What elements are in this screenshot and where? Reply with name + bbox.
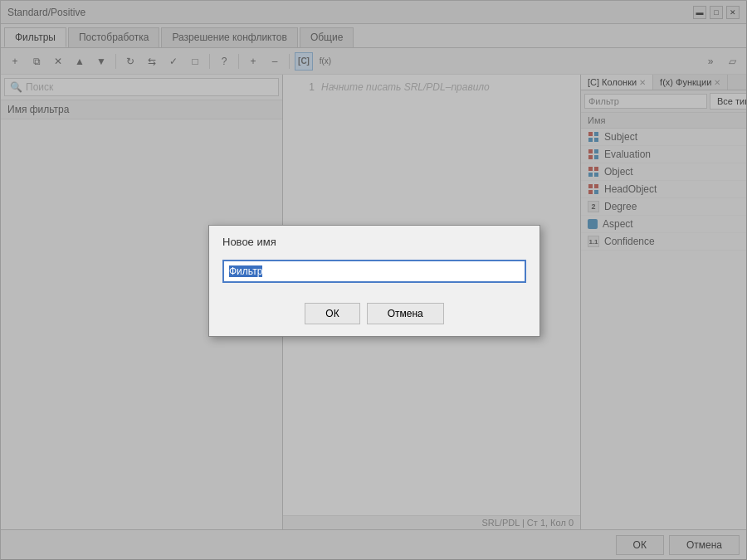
modal-title: Новое имя bbox=[209, 226, 540, 253]
modal-body bbox=[209, 253, 540, 296]
modal-name-input[interactable] bbox=[222, 260, 526, 283]
main-window: Standard/Positive ▬ □ ✕ Фильтры Постобра… bbox=[0, 0, 747, 560]
modal-ok-button[interactable]: ОК bbox=[305, 303, 359, 324]
modal-dialog: Новое имя ОК Отмена bbox=[208, 225, 540, 337]
modal-overlay: Новое имя ОК Отмена bbox=[1, 1, 747, 560]
modal-cancel-button[interactable]: Отмена bbox=[367, 303, 444, 324]
modal-footer: ОК Отмена bbox=[209, 296, 540, 336]
